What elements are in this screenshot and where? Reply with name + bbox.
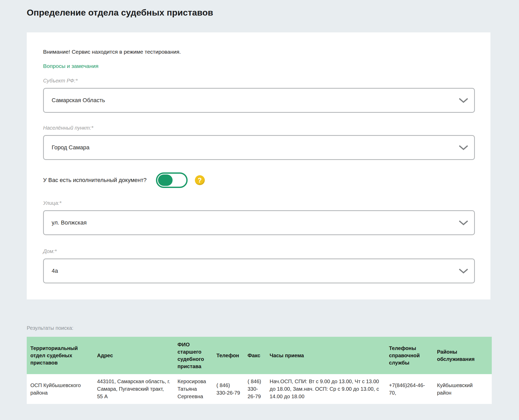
city-label: Населённый пункт:* (43, 125, 475, 131)
field-group-region: Субъект РФ:* Самарская Область (43, 78, 475, 113)
house-label: Дом:* (43, 248, 475, 254)
city-select[interactable]: Город Самара (43, 135, 475, 160)
cell-phone: ( 846) 330-26-79 (213, 374, 244, 404)
street-select-value: ул. Волжская (52, 219, 87, 226)
cell-service-areas: Куйбышевский район (433, 374, 492, 404)
column-header-phone: Телефон (213, 337, 244, 374)
feedback-link[interactable]: Вопросы и замечания (43, 63, 98, 69)
column-header-department: Территориальный отдел судебных приставов (27, 337, 93, 374)
service-warning: Внимание! Сервис находится в режиме тест… (43, 48, 475, 55)
house-select[interactable]: 4а (43, 258, 475, 283)
region-select[interactable]: Самарская Область (43, 88, 475, 113)
cell-department: ОСП Куйбышевского района (27, 374, 93, 404)
cell-hours: Нач.ОСП, СПИ: Вт с 9.00 до 13.00, Чт с 1… (266, 374, 385, 404)
column-header-hours: Часы приема (266, 337, 385, 374)
street-select[interactable]: ул. Волжская (43, 210, 475, 235)
chevron-down-icon (459, 220, 468, 226)
help-icon-glyph: ? (198, 177, 202, 184)
region-select-value: Самарская Область (52, 97, 105, 104)
street-label: Улица:* (43, 200, 475, 206)
column-header-service-areas: Районы обслуживания (433, 337, 492, 374)
results-caption: Результаты поиска: (27, 325, 490, 331)
cell-address: 443101, Самарская область, г. Самара, Пу… (93, 374, 174, 404)
search-form-card: Внимание! Сервис находится в режиме тест… (27, 32, 490, 299)
column-header-bailiff-name: ФИО старшего судебного пристава (174, 337, 213, 374)
field-group-city: Населённый пункт:* Город Самара (43, 125, 475, 160)
city-select-value: Город Самара (52, 144, 90, 151)
column-header-helpdesk-phones: Телефоны справочной службы (385, 337, 433, 374)
results-table: Территориальный отдел судебных приставов… (27, 337, 492, 404)
page-title: Определение отдела судебных приставов (27, 7, 490, 18)
field-group-street: Улица:* ул. Волжская (43, 200, 475, 235)
toggle-row: У Вас есть исполнительный документ? ? (43, 172, 475, 188)
cell-bailiff-name: Керосирова Татьяна Сергеевна (174, 374, 213, 404)
chevron-down-icon (459, 97, 468, 103)
has-document-toggle[interactable] (156, 172, 188, 188)
table-header-row: Территориальный отдел судебных приставов… (27, 337, 492, 374)
column-header-fax: Факс (244, 337, 266, 374)
chevron-down-icon (459, 145, 468, 150)
region-label: Субъект РФ:* (43, 78, 475, 84)
page: Определение отдела судебных приставов Вн… (0, 7, 519, 404)
cell-fax: ( 846) 330-26-79 (244, 374, 266, 404)
house-select-value: 4а (52, 268, 58, 274)
toggle-knob (158, 174, 173, 186)
chevron-down-icon (459, 268, 468, 274)
table-row: ОСП Куйбышевского района 443101, Самарск… (27, 374, 492, 404)
cell-helpdesk-phones: +7(846)264-46-70, (385, 374, 433, 404)
column-header-address: Адрес (93, 337, 174, 374)
help-icon[interactable]: ? (195, 175, 205, 185)
toggle-label: У Вас есть исполнительный документ? (43, 177, 147, 184)
field-group-house: Дом:* 4а (43, 248, 475, 283)
